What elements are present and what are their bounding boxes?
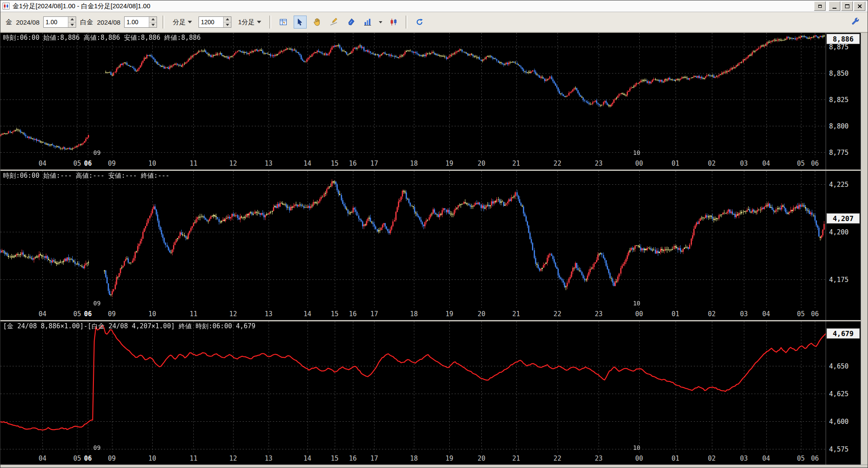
time-label: 06: [811, 455, 819, 462]
spread-time-axis: 0405060910111213141516171819202122230001…: [0, 452, 826, 465]
gold-chart-area[interactable]: 時刻:06:00 始値:8,886 高値:8,886 安値:8,886 終値:8…: [0, 33, 826, 170]
spin-down-icon: [226, 24, 229, 26]
platinum-chart-area[interactable]: 時刻:06:00 始値:--- 高値:--- 安値:--- 終値:--- 040…: [0, 171, 826, 320]
gold-multiplier-stepper[interactable]: [43, 16, 76, 28]
price-label: 4,225: [829, 181, 849, 189]
time-label: 20: [477, 310, 485, 318]
spread-last-price-badge: 4,679: [826, 328, 860, 339]
candlestick-chart-icon: [389, 18, 398, 26]
time-label: 15: [331, 455, 339, 462]
time-label: 04: [38, 160, 46, 167]
spin-down-button[interactable]: [68, 22, 76, 28]
platinum-multiplier-input[interactable]: [125, 17, 149, 27]
chart-type-dropdown[interactable]: 1分足: [235, 17, 263, 28]
time-label: 10: [148, 160, 156, 167]
date-marker: 10: [633, 444, 641, 451]
time-label: 18: [410, 310, 418, 318]
time-label: 03: [740, 160, 748, 167]
time-label: 11: [189, 160, 197, 167]
spread-chart-area[interactable]: [金 24/08 8,886×1.00]-[白金 24/08 4,207×1.0…: [0, 321, 826, 465]
candlestick-chart-button[interactable]: [387, 16, 400, 29]
chart-settings-button[interactable]: [277, 16, 290, 29]
time-label: 12: [229, 160, 237, 167]
platinum-chart-canvas[interactable]: [0, 171, 826, 308]
time-label: 15: [331, 310, 339, 318]
time-label: 15: [331, 160, 339, 167]
spin-up-icon: [226, 18, 229, 20]
time-label: 02: [708, 310, 716, 318]
platinum-time-axis: 0405060910111213141516171819202122230001…: [0, 308, 826, 320]
minimize-icon: [833, 8, 836, 9]
window-title: 金1分足[2024/08]1.00 - 白金1分足[2024/08]1.00: [13, 2, 811, 10]
time-label: 10: [148, 455, 156, 462]
time-label: 19: [445, 455, 453, 462]
app-candle-icon: [3, 3, 10, 10]
price-label: 8,800: [829, 122, 849, 130]
time-label: 22: [554, 160, 561, 167]
time-label: 03: [740, 310, 748, 318]
bar-chart-icon: [363, 18, 372, 26]
chart-panel-gold: 時刻:06:00 始値:8,886 高値:8,886 安値:8,886 終値:8…: [0, 33, 861, 170]
date-marker: 09: [93, 444, 101, 451]
spin-down-button[interactable]: [149, 22, 157, 28]
close-button[interactable]: [854, 1, 865, 11]
trend-line-pencil-icon: [330, 18, 338, 26]
time-label: 23: [595, 310, 602, 318]
gold-chart-canvas[interactable]: [0, 33, 826, 157]
time-label: 04: [762, 310, 770, 318]
gold-multiplier-input[interactable]: [44, 17, 68, 27]
trend-line-tool-button[interactable]: [327, 16, 340, 29]
spin-down-button[interactable]: [224, 22, 231, 28]
spread-chart-canvas[interactable]: [0, 321, 826, 452]
time-label: 20: [477, 455, 485, 462]
maximize-button[interactable]: [841, 1, 853, 11]
time-label: 00: [635, 310, 643, 318]
platinum-multiplier-stepper[interactable]: [124, 16, 157, 28]
spin-up-icon: [70, 18, 74, 20]
spin-up-button[interactable]: [68, 17, 76, 22]
refresh-button[interactable]: [413, 16, 426, 29]
bar-chart-dropdown[interactable]: [378, 16, 383, 29]
time-label: 18: [410, 455, 418, 462]
price-label: 4,575: [829, 446, 849, 453]
time-label: 13: [265, 455, 272, 462]
bar-count-stepper[interactable]: [199, 16, 231, 28]
time-label: 11: [189, 310, 197, 318]
time-label: 05: [73, 455, 81, 462]
bar-count-input[interactable]: [199, 17, 223, 27]
settings-button[interactable]: [849, 16, 862, 29]
chevron-down-icon: [257, 21, 261, 23]
float-window-button[interactable]: [814, 1, 826, 11]
gold-contract-month[interactable]: 2024/08: [16, 19, 39, 26]
spin-up-button[interactable]: [149, 17, 157, 22]
price-label: 4,175: [829, 276, 849, 284]
chart-panels: 時刻:06:00 始値:8,886 高値:8,886 安値:8,886 終値:8…: [0, 33, 861, 465]
spin-up-icon: [151, 18, 155, 20]
time-label: 16: [349, 160, 357, 167]
date-marker: 09: [93, 149, 101, 156]
bar-chart-button[interactable]: [361, 16, 374, 29]
platinum-contract-month[interactable]: 2024/08: [97, 19, 120, 26]
select-tool-button[interactable]: [294, 16, 307, 29]
time-label: 06: [84, 455, 92, 462]
select-cursor-icon: [296, 18, 304, 26]
time-label: 04: [762, 455, 770, 462]
title-bar[interactable]: 金1分足[2024/08]1.00 - 白金1分足[2024/08]1.00: [0, 0, 868, 12]
time-label: 11: [189, 455, 197, 462]
toolbar-separator: [269, 16, 271, 29]
annotate-tool-button[interactable]: [344, 16, 357, 29]
time-label: 12: [229, 310, 237, 318]
refresh-icon: [415, 18, 424, 26]
spin-down-icon: [151, 24, 155, 26]
time-label: 19: [445, 310, 453, 318]
close-icon: [857, 4, 862, 9]
time-label: 01: [672, 160, 679, 167]
pan-tool-button[interactable]: [311, 16, 323, 29]
gold-multiplier-arrows: [68, 17, 76, 27]
minimize-button[interactable]: [829, 1, 840, 11]
spin-up-button[interactable]: [224, 17, 231, 22]
chevron-down-icon: [379, 21, 382, 23]
time-label: 00: [635, 160, 643, 167]
price-label: 4,625: [829, 390, 849, 398]
interval-dropdown[interactable]: 分足: [170, 17, 195, 28]
